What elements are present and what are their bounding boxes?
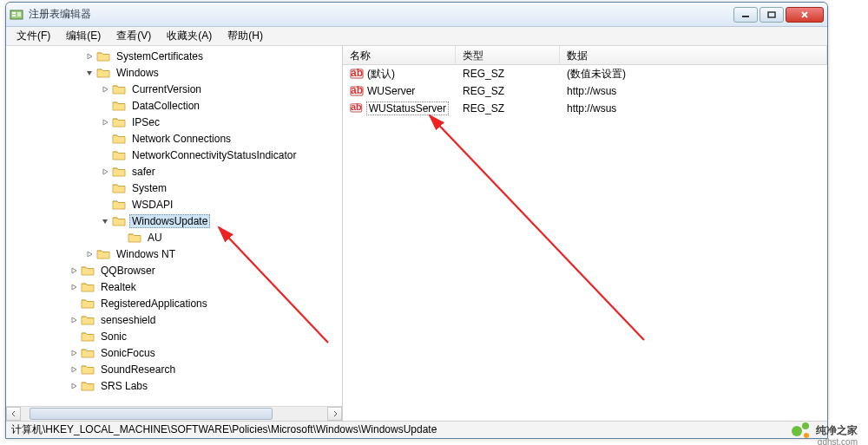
tree-scrollbar-horizontal[interactable] xyxy=(6,406,342,421)
values-list[interactable]: ab(默认)REG_SZ(数值未设置)abWUServerREG_SZhttp:… xyxy=(343,65,827,421)
value-row[interactable]: ab(默认)REG_SZ(数值未设置) xyxy=(343,65,827,82)
maximize-button[interactable] xyxy=(760,7,784,23)
value-data: http://wsus xyxy=(560,85,827,97)
tree-item[interactable]: Windows NT xyxy=(6,245,342,262)
chevron-right-icon[interactable] xyxy=(100,117,110,128)
watermark: 纯净之家 gdhst.com xyxy=(792,421,858,440)
tree-item[interactable]: System xyxy=(6,180,342,196)
value-row[interactable]: abWUStatusServerREG_SZhttp://wsus xyxy=(343,100,827,117)
column-data[interactable]: 数据 xyxy=(560,46,827,64)
tree-item-label: Realtek xyxy=(98,281,139,293)
column-type[interactable]: 类型 xyxy=(456,46,560,64)
scroll-left-button[interactable] xyxy=(6,407,21,421)
folder-icon xyxy=(81,347,95,359)
menu-view[interactable]: 查看(V) xyxy=(109,27,158,45)
folder-icon xyxy=(81,363,95,376)
folder-icon xyxy=(96,67,110,79)
tree-item[interactable]: QQBrowser xyxy=(6,262,342,278)
menu-file[interactable]: 文件(F) xyxy=(10,27,57,45)
chevron-right-icon[interactable] xyxy=(84,249,95,259)
window-title: 注册表编辑器 xyxy=(29,7,733,22)
content-split: SystemCertificatesWindowsCurrentVersionD… xyxy=(6,46,827,421)
menu-favorites[interactable]: 收藏夹(A) xyxy=(160,27,219,45)
tree-item[interactable]: Realtek xyxy=(6,278,342,295)
tree-item[interactable]: SoundResearch xyxy=(6,361,342,377)
tree-item-label: QQBrowser xyxy=(98,265,158,277)
tree-item[interactable]: CurrentVersion xyxy=(6,81,342,97)
tree-item[interactable]: IPSec xyxy=(6,114,342,130)
tree-item[interactable]: Sonic xyxy=(6,328,342,344)
menu-edit[interactable]: 编辑(E) xyxy=(59,27,108,45)
watermark-brand: 纯净之家 xyxy=(816,424,858,436)
minimize-button[interactable] xyxy=(733,7,758,23)
tree-item[interactable]: Windows xyxy=(6,64,342,81)
folder-icon xyxy=(128,232,141,244)
watermark-url: gdhst.com xyxy=(818,437,858,446)
values-pane: 名称 类型 数据 ab(默认)REG_SZ(数值未设置)abWUServerRE… xyxy=(343,46,827,421)
chevron-right-icon[interactable] xyxy=(69,364,79,375)
tree-item-label: senseshield xyxy=(98,314,158,326)
tree-item-label: IPSec xyxy=(129,116,162,128)
close-button[interactable] xyxy=(786,7,824,23)
column-name[interactable]: 名称 xyxy=(343,46,456,64)
string-value-icon: ab xyxy=(350,102,363,115)
scroll-thumb[interactable] xyxy=(30,408,273,420)
tree-item-label: SRS Labs xyxy=(98,380,150,392)
svg-rect-3 xyxy=(17,12,21,16)
folder-icon xyxy=(81,314,95,326)
chevron-down-icon[interactable] xyxy=(100,216,110,226)
tree-item-label: System xyxy=(129,182,169,194)
value-row[interactable]: abWUServerREG_SZhttp://wsus xyxy=(343,82,827,100)
folder-icon xyxy=(112,133,126,145)
folder-icon xyxy=(112,116,126,128)
titlebar[interactable]: 注册表编辑器 xyxy=(6,3,827,27)
value-data: (数值未设置) xyxy=(560,67,827,82)
tree-item[interactable]: SRS Labs xyxy=(6,377,342,394)
folder-icon xyxy=(81,281,95,293)
chevron-right-icon[interactable] xyxy=(69,315,79,325)
folder-icon xyxy=(112,199,126,211)
tree-item[interactable]: SystemCertificates xyxy=(6,48,342,64)
chevron-right-icon[interactable] xyxy=(69,265,79,276)
window-controls xyxy=(733,7,824,23)
svg-text:ab: ab xyxy=(351,68,363,79)
chevron-right-icon[interactable] xyxy=(69,282,79,292)
tree-item[interactable]: RegisteredApplications xyxy=(6,295,342,311)
chevron-right-icon[interactable] xyxy=(69,348,79,358)
folder-icon xyxy=(81,330,95,343)
chevron-right-icon[interactable] xyxy=(69,381,79,391)
tree-item[interactable]: safer xyxy=(6,163,342,180)
tree-item-label: Windows xyxy=(114,67,161,79)
regedit-window: 注册表编辑器 文件(F) 编辑(E) 查看(V) 收藏夹(A) 帮助(H) Sy… xyxy=(5,2,828,439)
string-value-icon: ab xyxy=(350,85,364,97)
chevron-right-icon[interactable] xyxy=(100,167,110,177)
chevron-down-icon[interactable] xyxy=(84,68,95,78)
tree-item[interactable]: NetworkConnectivityStatusIndicator xyxy=(6,147,342,163)
registry-tree[interactable]: SystemCertificatesWindowsCurrentVersionD… xyxy=(6,46,342,405)
chevron-right-icon[interactable] xyxy=(84,51,95,62)
scroll-right-button[interactable] xyxy=(327,407,342,421)
value-type: REG_SZ xyxy=(456,85,560,97)
value-name: WUServer xyxy=(367,85,415,97)
string-value-icon: ab xyxy=(350,68,364,80)
tree-item[interactable]: AU xyxy=(6,229,342,245)
tree-item[interactable]: WindowsUpdate xyxy=(6,213,342,229)
menu-help[interactable]: 帮助(H) xyxy=(220,27,270,45)
svg-text:ab: ab xyxy=(351,85,363,96)
tree-item-label: SonicFocus xyxy=(98,347,158,359)
svg-rect-2 xyxy=(12,15,16,16)
chevron-right-icon[interactable] xyxy=(100,84,110,95)
tree-item[interactable]: senseshield xyxy=(6,311,342,328)
folder-icon xyxy=(96,50,110,62)
folder-icon xyxy=(112,215,126,227)
tree-item[interactable]: SonicFocus xyxy=(6,344,342,361)
tree-item[interactable]: Network Connections xyxy=(6,130,342,147)
tree-item[interactable]: DataCollection xyxy=(6,97,342,114)
app-icon xyxy=(10,8,23,22)
values-header: 名称 类型 数据 xyxy=(343,46,827,65)
tree-item-label: RegisteredApplications xyxy=(98,298,210,310)
tree-item-label: NetworkConnectivityStatusIndicator xyxy=(129,149,299,161)
scroll-track[interactable] xyxy=(21,407,327,421)
tree-item[interactable]: WSDAPI xyxy=(6,196,342,213)
folder-icon xyxy=(112,166,126,178)
